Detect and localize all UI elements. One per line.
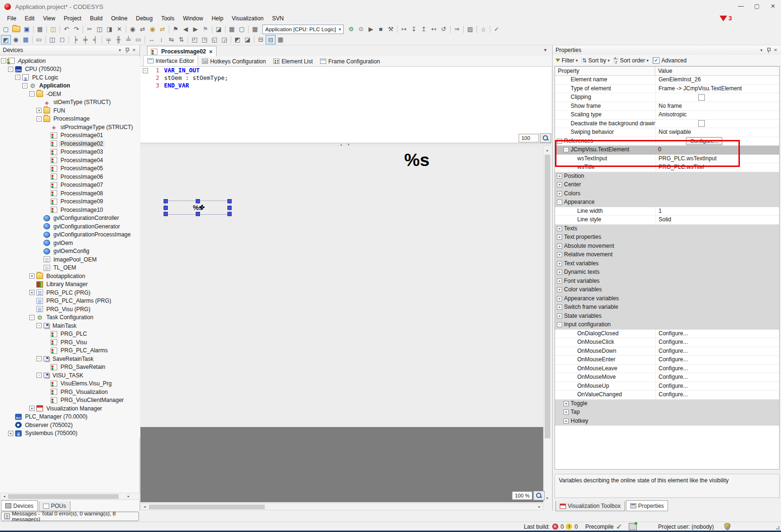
expand-expander-icon[interactable]: + bbox=[557, 296, 562, 301]
collapse-expander-icon[interactable]: - bbox=[36, 356, 42, 361]
scrollbar-thumb[interactable] bbox=[149, 505, 265, 509]
run-to-cursor-icon[interactable]: ⇒ bbox=[452, 25, 462, 34]
paste-special-icon[interactable]: ◪ bbox=[214, 25, 224, 34]
property-row-toggle[interactable]: +Toggle bbox=[555, 400, 779, 409]
delete-icon[interactable]: ✕ bbox=[114, 25, 124, 34]
expand-expander-icon[interactable]: + bbox=[557, 226, 562, 231]
property-row-color-variables[interactable]: +Color variables bbox=[555, 286, 779, 295]
tree-item-processimage05[interactable]: ProcessImage05 bbox=[0, 165, 140, 173]
expand-expander-icon[interactable]: + bbox=[557, 191, 562, 196]
property-row-text-properties[interactable]: +Text properties bbox=[555, 233, 779, 242]
menu-project[interactable]: Project bbox=[60, 13, 86, 24]
property-row-onvaluechanged[interactable]: OnValueChangedConfigure... bbox=[555, 391, 779, 400]
menu-debug[interactable]: Debug bbox=[132, 13, 157, 24]
property-row-jcmpvisu-textelement[interactable]: -JCmpVisu.TextElement0 bbox=[555, 146, 779, 155]
step-out-icon[interactable]: ↥ bbox=[419, 25, 429, 34]
selection-handle[interactable] bbox=[227, 199, 232, 203]
advanced-checkbox[interactable]: ✓ bbox=[653, 57, 660, 64]
bring-to-front-icon[interactable]: ◰ bbox=[190, 35, 200, 44]
scrollbar-thumb[interactable] bbox=[545, 155, 550, 438]
tree-item-systembus-705000[interactable]: +Systembus (705000) bbox=[0, 429, 140, 438]
paste-icon[interactable]: ◨ bbox=[104, 25, 114, 34]
rotate-left-icon[interactable]: ◩ bbox=[233, 35, 243, 44]
property-row-references[interactable]: -ReferencesConfigure... bbox=[555, 137, 779, 146]
property-row-colors[interactable]: +Colors bbox=[555, 190, 779, 199]
align-left-icon[interactable]: ╞ bbox=[70, 35, 80, 44]
distribute-horizontal-icon[interactable]: ↔ bbox=[147, 35, 156, 44]
property-row-line-style[interactable]: Line styleSolid bbox=[555, 216, 779, 225]
property-row-appearance[interactable]: -Appearance bbox=[555, 198, 779, 207]
menu-tools[interactable]: Tools bbox=[157, 13, 179, 24]
selection-handle[interactable] bbox=[227, 206, 232, 210]
minimize-button[interactable]: — bbox=[733, 0, 749, 12]
property-row-deactivate-the-background-drawing[interactable]: Deactivate the background drawing bbox=[555, 120, 779, 129]
tree-item-saveretaintask[interactable]: -SaveRetainTask bbox=[0, 355, 140, 363]
find-icon[interactable]: ◉ bbox=[128, 25, 138, 34]
collapse-expander-icon[interactable]: - bbox=[557, 200, 562, 205]
collapse-expander-icon[interactable]: - bbox=[29, 91, 35, 96]
expand-expander-icon[interactable]: + bbox=[564, 410, 569, 415]
open-file-icon[interactable] bbox=[12, 26, 20, 32]
tab-element-list[interactable]: Element List bbox=[269, 56, 316, 66]
expand-expander-icon[interactable]: + bbox=[29, 290, 35, 295]
redo-icon[interactable]: ↷ bbox=[71, 25, 81, 34]
expand-expander-icon[interactable]: + bbox=[29, 273, 35, 279]
tree-item-prg-plc[interactable]: PRG_PLC bbox=[0, 330, 140, 339]
property-row-relative-movement[interactable]: +Relative movement bbox=[555, 251, 779, 260]
tree-item-prg-plc-prg[interactable]: +PRG_PLC (PRG) bbox=[0, 288, 140, 297]
tree-item-fun[interactable]: +FUN bbox=[0, 106, 140, 115]
step-into-icon[interactable]: ↧ bbox=[409, 25, 419, 34]
expand-expander-icon[interactable]: + bbox=[557, 314, 562, 319]
collapse-expander-icon[interactable]: - bbox=[564, 147, 569, 152]
property-row-hotkey[interactable]: +Hotkey bbox=[555, 417, 779, 426]
visualization-canvas[interactable]: %s %s ✜ ▴ ▾ 100 % bbox=[140, 147, 551, 502]
property-row-state-variables[interactable]: +State variables bbox=[555, 312, 779, 321]
tree-item-gvloemconfig[interactable]: gvlOemConfig bbox=[0, 247, 140, 256]
menu-visualization[interactable]: Visualization bbox=[227, 13, 268, 24]
logout-icon[interactable]: ⚙ bbox=[356, 25, 366, 34]
ungroup-icon[interactable]: ◻ bbox=[57, 35, 67, 44]
align-top-icon[interactable]: ╤ bbox=[104, 35, 113, 44]
input-assistant-icon[interactable]: ▦ bbox=[250, 25, 260, 34]
advanced-toggle[interactable]: ✓ Advanced bbox=[653, 57, 686, 64]
tree-item-prg-visu-prg[interactable]: PRG_Visu (PRG) bbox=[0, 305, 140, 314]
expand-expander-icon[interactable]: + bbox=[557, 305, 562, 310]
start-icon[interactable]: ▶ bbox=[366, 25, 376, 34]
tree-item-processimage04[interactable]: ProcessImage04 bbox=[0, 156, 140, 165]
collapse-expander-icon[interactable]: - bbox=[15, 75, 20, 80]
panel-close-icon[interactable]: ✕ bbox=[130, 48, 138, 52]
expand-expander-icon[interactable]: + bbox=[557, 270, 562, 275]
save-icon[interactable]: ▣ bbox=[22, 25, 32, 34]
expand-expander-icon[interactable]: + bbox=[564, 419, 569, 424]
configure-button[interactable]: Configure... bbox=[686, 137, 722, 145]
menu-svn[interactable]: SVN bbox=[268, 13, 288, 24]
tree-item-maintask[interactable]: -MainTask bbox=[0, 322, 140, 330]
scroll-left-icon[interactable]: ◂ bbox=[1, 494, 8, 499]
tree-item-prg-visu[interactable]: PRG_Visu bbox=[0, 338, 140, 347]
selection-handle[interactable] bbox=[164, 199, 168, 203]
property-row-input-configuration[interactable]: -Input configuration bbox=[555, 321, 779, 330]
selection-handle[interactable] bbox=[196, 212, 200, 216]
magnifier-icon[interactable] bbox=[540, 133, 551, 143]
tree-item-visu-task[interactable]: -VISU_TASK bbox=[0, 371, 140, 380]
bring-forward-icon[interactable]: ◳ bbox=[200, 35, 209, 44]
clear-bookmarks-icon[interactable]: ⚑ bbox=[200, 25, 210, 34]
align-right-icon[interactable]: ╡ bbox=[90, 35, 100, 44]
step-back-icon[interactable]: ↤ bbox=[429, 25, 439, 34]
canvas-zoom-level[interactable]: 100 % bbox=[512, 491, 532, 500]
scroll-right-icon[interactable]: ▸ bbox=[125, 494, 132, 499]
hotkeys-icon[interactable]: ▭ bbox=[34, 35, 44, 44]
tree-item-gvlconfigurationcontroller[interactable]: gvlConfigurationController bbox=[0, 214, 140, 223]
property-row-ondialogclosed[interactable]: OnDialogClosedConfigure... bbox=[555, 330, 779, 339]
menu-online[interactable]: Online bbox=[107, 13, 132, 24]
property-row-absolute-movement[interactable]: +Absolute movement bbox=[555, 242, 779, 251]
previous-bookmark-icon[interactable]: ◀ bbox=[181, 25, 191, 34]
code-zoom-level[interactable]: 100 % bbox=[519, 134, 539, 142]
collapse-expander-icon[interactable]: - bbox=[36, 323, 42, 328]
selection-handle[interactable] bbox=[196, 199, 200, 203]
property-row-onmousemove[interactable]: OnMouseMoveConfigure... bbox=[555, 373, 779, 382]
canvas-vertical-scrollbar[interactable]: ▴ ▾ bbox=[543, 147, 551, 502]
expand-expander-icon[interactable]: + bbox=[557, 174, 562, 179]
menu-build[interactable]: Build bbox=[86, 13, 107, 24]
login-icon[interactable]: ⚙ bbox=[346, 25, 356, 34]
